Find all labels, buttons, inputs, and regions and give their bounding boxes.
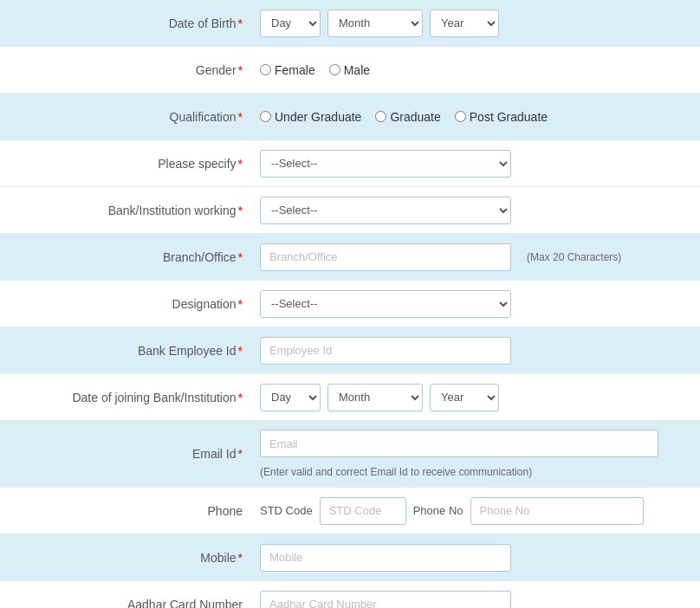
mobile-input: [260, 544, 683, 572]
email-label: Email Id*: [17, 447, 260, 461]
gender-male-option[interactable]: Male: [329, 63, 370, 77]
dob-row: Date of Birth* Day1234567891011121314151…: [0, 0, 700, 47]
bank-institution-label: Bank/Institution working*: [17, 204, 260, 217]
branch-office-label: Branch/Office*: [17, 250, 260, 264]
aadhar-input: [260, 591, 683, 609]
phone-no-label: Phone No: [413, 504, 463, 517]
joining-day-select[interactable]: Day123451015202531: [260, 384, 321, 411]
dob-label: Date of Birth*: [17, 16, 260, 30]
please-specify-input: --Select--Option 1Option 2: [260, 150, 683, 178]
designation-input: --Select--ManagerOfficerClerk: [260, 290, 683, 318]
qualification-radio-group: Under Graduate Graduate Post Graduate: [260, 110, 548, 124]
branch-office-input: (Max 20 Characters): [260, 243, 683, 271]
branch-office-field[interactable]: [260, 243, 511, 271]
qual-grad-radio[interactable]: [375, 111, 386, 122]
designation-label: Designation*: [17, 297, 260, 311]
email-row: Email Id* (Enter valid and correct Email…: [0, 421, 700, 488]
gender-male-radio[interactable]: [329, 64, 340, 75]
mobile-label: Mobile*: [17, 551, 260, 565]
qualification-label: Qualification*: [17, 110, 260, 124]
phone-row: Phone STD Code Phone No: [0, 488, 700, 534]
phone-no-field[interactable]: [470, 497, 644, 525]
mobile-field[interactable]: [260, 544, 511, 572]
date-joining-row: Date of joining Bank/Institution* Day123…: [0, 374, 700, 421]
registration-form: Date of Birth* Day1234567891011121314151…: [0, 0, 700, 608]
please-specify-label: Please specify*: [17, 157, 260, 171]
employee-id-field[interactable]: [260, 337, 511, 365]
branch-office-row: Branch/Office* (Max 20 Characters): [0, 234, 700, 281]
email-input-col: (Enter valid and correct Email Id to rec…: [260, 430, 683, 478]
gender-row: Gender* Female Male: [0, 47, 700, 94]
date-joining-label: Date of joining Bank/Institution*: [17, 391, 260, 404]
std-code-field[interactable]: [320, 497, 406, 525]
joining-month-select[interactable]: MonthJanuaryFebruaryMarchAprilMayJuneJul…: [327, 384, 423, 411]
dob-year-select[interactable]: Year20052000199519901985198019751970: [430, 10, 499, 37]
email-hint: (Enter valid and correct Email Id to rec…: [260, 466, 683, 478]
gender-female-radio[interactable]: [260, 64, 271, 75]
phone-inputs: STD Code Phone No: [260, 497, 683, 525]
email-field[interactable]: [260, 430, 658, 457]
qual-postgrad-radio[interactable]: [455, 111, 466, 122]
aadhar-row: Aadhar Card Number: [0, 581, 700, 608]
dob-inputs: Day1234567891011121314151617181920212223…: [260, 10, 683, 37]
std-code-label: STD Code: [260, 504, 313, 517]
gender-radio-group: Female Male: [260, 63, 370, 77]
max-chars-hint: (Max 20 Characters): [527, 251, 621, 263]
qual-undergrad-radio[interactable]: [260, 111, 271, 122]
dob-month-select[interactable]: MonthJanuaryFebruaryMarchAprilMayJuneJul…: [327, 10, 423, 37]
dob-day-select[interactable]: Day1234567891011121314151617181920212223…: [260, 10, 321, 37]
designation-select[interactable]: --Select--ManagerOfficerClerk: [260, 290, 511, 318]
gender-female-option[interactable]: Female: [260, 63, 315, 77]
aadhar-field[interactable]: [260, 591, 511, 609]
bank-institution-row: Bank/Institution working* --Select--Opti…: [0, 187, 700, 234]
designation-row: Designation* --Select--ManagerOfficerCle…: [0, 281, 700, 327]
phone-label: Phone: [17, 504, 260, 518]
aadhar-label: Aadhar Card Number: [17, 598, 260, 609]
employee-id-label: Bank Employee Id*: [17, 344, 260, 358]
bank-institution-select[interactable]: --Select--Option 1Option 2: [260, 197, 511, 224]
gender-inputs: Female Male: [260, 63, 683, 77]
please-specify-row: Please specify* --Select--Option 1Option…: [0, 140, 700, 187]
employee-id-row: Bank Employee Id*: [0, 327, 700, 374]
qual-grad-option[interactable]: Graduate: [375, 110, 440, 124]
date-joining-inputs: Day123451015202531 MonthJanuaryFebruaryM…: [260, 384, 683, 411]
joining-year-select[interactable]: Year2024202320202015201020052000: [430, 384, 499, 411]
please-specify-select[interactable]: --Select--Option 1Option 2: [260, 150, 511, 178]
employee-id-input: [260, 337, 683, 365]
bank-institution-input: --Select--Option 1Option 2: [260, 197, 683, 224]
mobile-row: Mobile*: [0, 534, 700, 581]
qualification-inputs: Under Graduate Graduate Post Graduate: [260, 110, 683, 124]
qualification-row: Qualification* Under Graduate Graduate P…: [0, 94, 700, 140]
gender-label: Gender*: [17, 63, 260, 77]
qual-postgrad-option[interactable]: Post Graduate: [455, 110, 548, 124]
qual-undergrad-option[interactable]: Under Graduate: [260, 110, 361, 124]
